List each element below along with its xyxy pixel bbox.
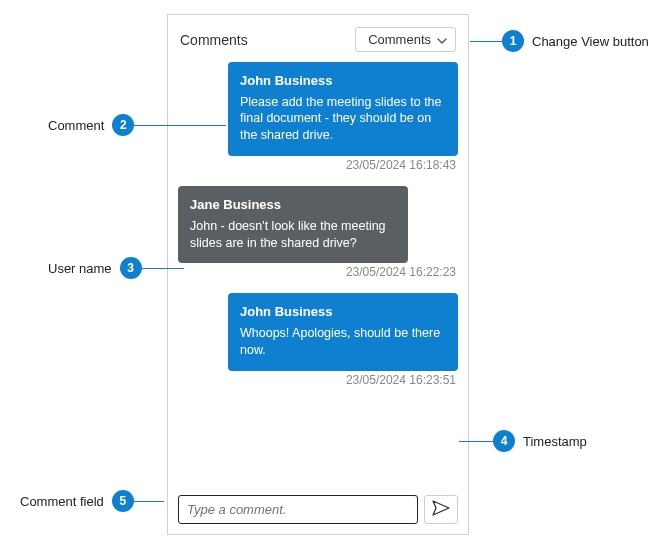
comment-bubble: John Business Whoops! Apologies, should … [228, 293, 458, 370]
callout-line [134, 125, 226, 126]
comment-author: John Business [240, 72, 446, 90]
comment-body: Whoops! Apologies, should be there now. [240, 325, 446, 359]
panel-header: Comments Comments [178, 23, 458, 62]
callout-3: User name 3 [48, 257, 184, 279]
callout-4: 4 Timestamp [459, 430, 587, 452]
comment-body: Please add the meeting slides to the fin… [240, 94, 446, 145]
send-button[interactable] [424, 495, 458, 524]
comment-timestamp: 23/05/2024 16:23:51 [346, 373, 456, 387]
callout-line [459, 441, 493, 442]
callout-line [470, 41, 502, 42]
callout-2: Comment 2 [48, 114, 226, 136]
comment-timestamp: 23/05/2024 16:18:43 [346, 158, 456, 172]
change-view-label: Comments [368, 32, 431, 47]
comment-input[interactable] [178, 495, 418, 524]
chevron-down-icon [437, 32, 447, 47]
panel-title: Comments [180, 32, 248, 48]
comments-panel: Comments Comments John Business Please a… [167, 14, 469, 535]
callout-number: 2 [112, 114, 134, 136]
comment-author: Jane Business [190, 196, 396, 214]
comment-body: John - doesn't look like the meeting sli… [190, 218, 396, 252]
change-view-button[interactable]: Comments [355, 27, 456, 52]
callout-label: Change View button [532, 34, 649, 49]
callout-5: Comment field 5 [20, 490, 164, 512]
send-icon [432, 500, 450, 520]
comment-bubble: Jane Business John - doesn't look like t… [178, 186, 408, 263]
callout-1: 1 Change View button [470, 30, 649, 52]
callout-line [142, 268, 184, 269]
comment-timestamp: 23/05/2024 16:22:23 [346, 265, 456, 279]
comment-bubble: John Business Please add the meeting sli… [228, 62, 458, 156]
callout-label: User name [48, 261, 112, 276]
callout-number: 1 [502, 30, 524, 52]
callout-label: Timestamp [523, 434, 587, 449]
comment: Jane Business John - doesn't look like t… [178, 186, 458, 287]
callout-line [134, 501, 164, 502]
callout-label: Comment [48, 118, 104, 133]
callout-label: Comment field [20, 494, 104, 509]
callout-number: 5 [112, 490, 134, 512]
comment-author: John Business [240, 303, 446, 321]
comment-composer [178, 495, 458, 524]
callout-number: 4 [493, 430, 515, 452]
comment: John Business Whoops! Apologies, should … [178, 293, 458, 394]
callout-number: 3 [120, 257, 142, 279]
